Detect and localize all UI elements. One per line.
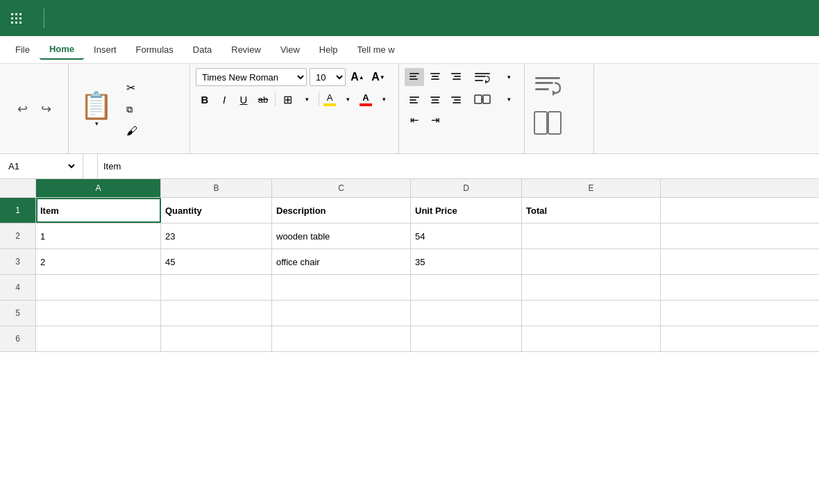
font-size-decrease-button[interactable]: A▼ [369,68,387,86]
list-item[interactable] [272,326,411,351]
menu-view[interactable]: View [271,40,310,59]
row-header-4[interactable]: 4 [0,275,36,300]
row-container: 1ItemQuantityDescriptionUnit PriceTotal2… [0,198,819,352]
row-header-5[interactable]: 5 [0,301,36,326]
menu-file[interactable]: File [6,40,40,59]
formula-input[interactable] [98,154,819,178]
wrap-text-button[interactable] [467,68,498,86]
list-item[interactable] [272,301,411,326]
list-item[interactable] [522,224,661,249]
list-item[interactable] [161,301,272,326]
highlight-color-button[interactable]: A [322,90,337,108]
italic-button[interactable]: I [215,90,233,108]
svg-rect-30 [548,112,561,134]
menu-home[interactable]: Home [40,40,84,60]
merge-dropdown-button[interactable]: ▾ [499,90,518,108]
font-size-select[interactable]: 10 11 12 14 [310,68,346,86]
highlight-dropdown-button[interactable]: ▾ [339,90,357,108]
list-item[interactable]: 45 [161,249,272,274]
svg-rect-17 [432,99,439,101]
align-top-right-button[interactable] [446,68,466,86]
apps-grid-icon[interactable] [11,13,22,24]
list-item[interactable]: 1 [36,224,161,249]
list-item[interactable] [161,326,272,351]
row-header-1[interactable]: 1 [0,198,36,223]
table-row: 4 [0,275,819,301]
list-item[interactable] [36,275,161,300]
list-item[interactable]: 54 [411,224,522,249]
bold-button[interactable]: B [196,90,214,108]
cell-reference-box[interactable]: A1 [0,154,83,178]
list-item[interactable]: wooden table [272,224,411,249]
menu-bar: File Home Insert Formulas Data Review Vi… [0,36,819,64]
menu-tell-me[interactable]: Tell me w [348,40,405,59]
menu-data[interactable]: Data [183,40,221,59]
font-color-button[interactable]: A [358,90,373,108]
column-headers: A B C D E [0,179,819,198]
align-bottom-right-button[interactable] [446,90,466,108]
list-item[interactable]: Total [522,198,661,223]
undo-button[interactable]: ↩ [11,98,33,120]
list-item[interactable]: Quantity [161,198,272,223]
format-painter-button[interactable]: 🖌 [122,123,146,140]
wrap-dropdown-button[interactable]: ▾ [499,68,518,86]
merge-cells-large-button[interactable] [530,106,565,140]
list-item[interactable] [272,275,411,300]
list-item[interactable]: office chair [272,249,411,274]
list-item[interactable]: Description [272,198,411,223]
svg-rect-26 [535,82,553,84]
col-header-d[interactable]: D [411,179,522,197]
border-button[interactable]: ⊞ [278,90,296,108]
align-top-left-button[interactable] [405,68,424,86]
list-item[interactable]: 2 [36,249,161,274]
list-item[interactable] [411,326,522,351]
list-item[interactable]: Item [36,198,161,223]
list-item[interactable]: 35 [411,249,522,274]
ab-wrap-button[interactable] [530,68,565,103]
indent-increase-button[interactable]: ⇥ [425,111,445,129]
align-top-center-button[interactable] [425,68,445,86]
list-item[interactable] [522,249,661,274]
list-item[interactable]: Unit Price [411,198,522,223]
list-item[interactable] [411,275,522,300]
highlight-letter: A [327,92,333,103]
svg-rect-12 [475,80,483,81]
list-item[interactable] [411,301,522,326]
list-item[interactable] [522,275,661,300]
paste-button[interactable]: 📋 ▾ [74,90,118,130]
row-header-6[interactable]: 6 [0,326,36,351]
font-family-select[interactable]: Times New Roman Arial Calibri [196,68,307,86]
copy-button[interactable]: ⧉ [122,102,146,117]
indent-decrease-button[interactable]: ⇤ [405,111,424,129]
svg-rect-14 [410,99,416,101]
menu-review[interactable]: Review [221,40,271,59]
align-bottom-center-button[interactable] [425,90,445,108]
list-item[interactable] [36,326,161,351]
menu-insert[interactable]: Insert [84,40,126,59]
menu-formulas[interactable]: Formulas [126,40,183,59]
border-dropdown-button[interactable]: ▾ [298,90,316,108]
align-bottom-left-button[interactable] [405,90,424,108]
list-item[interactable] [522,326,661,351]
cut-button[interactable]: ✂ [122,79,146,96]
col-header-e[interactable]: E [522,179,661,197]
list-item[interactable] [161,275,272,300]
row-header-3[interactable]: 3 [0,249,36,274]
underline-button[interactable]: U [235,90,253,108]
list-item[interactable]: 23 [161,224,272,249]
svg-rect-3 [430,73,440,74]
font-size-increase-button[interactable]: A▲ [348,68,366,86]
col-header-a[interactable]: A [36,179,161,197]
font-color-dropdown-button[interactable]: ▾ [375,90,393,108]
col-header-b[interactable]: B [161,179,272,197]
list-item[interactable] [522,301,661,326]
merge-center-button[interactable] [467,90,498,108]
menu-help[interactable]: Help [310,40,348,59]
cell-ref-select[interactable]: A1 [6,160,77,172]
svg-rect-6 [451,73,461,74]
row-header-2[interactable]: 2 [0,224,36,249]
list-item[interactable] [36,301,161,326]
strikethrough-button[interactable]: ab [254,90,272,108]
redo-button[interactable]: ↪ [35,98,57,120]
col-header-c[interactable]: C [272,179,411,197]
